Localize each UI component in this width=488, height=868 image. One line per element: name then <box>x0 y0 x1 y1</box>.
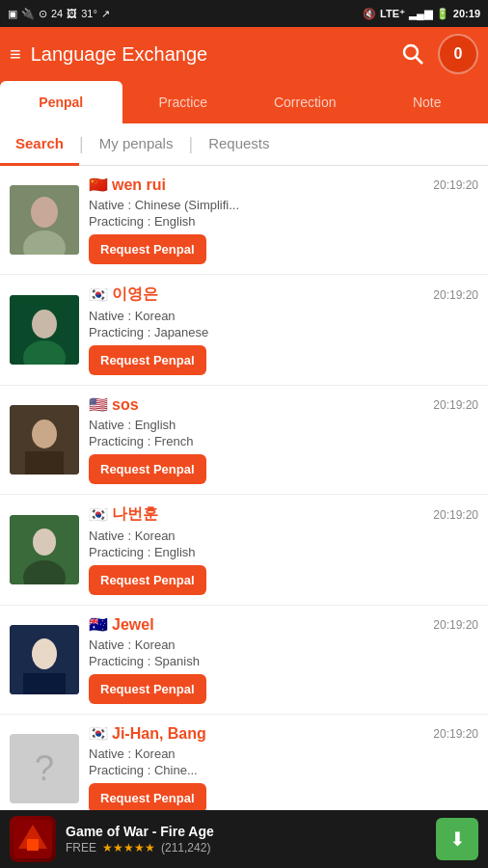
user-time: 20:19:20 <box>433 288 478 302</box>
request-penpal-button[interactable]: Request Penpal <box>89 454 206 484</box>
list-item: 🇰🇷 나번훈 20:19:20 Native : Korean Practici… <box>0 495 488 606</box>
svg-point-3 <box>31 197 58 228</box>
download-icon: ⬇ <box>449 827 466 851</box>
svg-rect-10 <box>25 451 64 475</box>
app-header: ≡ Language Exchange 0 <box>0 27 488 81</box>
user-name: Jewel <box>112 616 154 634</box>
avatar <box>10 515 79 584</box>
user-name: Ji-Han, Bang <box>112 725 206 743</box>
svg-point-15 <box>32 638 57 669</box>
avatar-placeholder-icon: ? <box>35 748 54 789</box>
request-penpal-button[interactable]: Request Penpal <box>89 565 206 595</box>
user-info: 🇰🇷 이영은 20:19:20 Native : Korean Practici… <box>89 285 478 375</box>
avatar <box>10 625 79 694</box>
signal-icon: ▂▄▆ <box>409 8 432 20</box>
user-native: Native : Korean <box>89 637 478 652</box>
avatar <box>10 185 79 255</box>
user-info: 🇺🇸 sos 20:19:20 Native : English Practic… <box>89 395 478 484</box>
user-name-row: 🇰🇷 나번훈 20:19:20 <box>89 504 478 525</box>
user-name: sos <box>112 396 139 414</box>
user-practicing: Practicing : English <box>89 545 478 559</box>
chat-icon-button[interactable]: 0 <box>438 34 478 74</box>
tab-penpal[interactable]: Penpal <box>0 81 122 123</box>
tab-my-penpals[interactable]: My penpals <box>84 123 189 166</box>
user-name-left: 🇦🇺 Jewel <box>89 615 154 634</box>
user-name-row: 🇰🇷 이영은 20:19:20 <box>89 285 478 305</box>
app-title: Language Exchange <box>31 43 395 66</box>
search-icon-button[interactable] <box>395 37 430 71</box>
user-name-row: 🇺🇸 sos 20:19:20 <box>89 395 478 414</box>
list-item: 🇦🇺 Jewel 20:19:20 Native : Korean Practi… <box>0 606 488 715</box>
lte-label: LTE⁺ <box>380 8 405 20</box>
user-name: wen rui <box>112 176 166 194</box>
flag-icon: 🇺🇸 <box>89 395 108 414</box>
user-info: 🇨🇳 wen rui 20:19:20 Native : Chinese (Si… <box>89 176 478 264</box>
svg-point-0 <box>404 45 418 59</box>
user-time: 20:19:20 <box>433 727 478 741</box>
user-name-row: 🇰🇷 Ji-Han, Bang 20:19:20 <box>89 724 478 743</box>
chat-badge: 0 <box>454 45 463 63</box>
user-list: 🇨🇳 wen rui 20:19:20 Native : Chinese (Si… <box>0 166 488 810</box>
header-icons: 0 <box>395 34 478 74</box>
user-practicing: Practicing : French <box>89 434 478 448</box>
user-time: 20:19:20 <box>433 508 478 522</box>
svg-point-12 <box>33 529 56 556</box>
ad-download-button[interactable]: ⬇ <box>436 818 478 860</box>
user-info: 🇰🇷 Ji-Han, Bang 20:19:20 Native : Korean… <box>89 724 478 810</box>
square-icon: ▣ <box>8 8 17 20</box>
tab-correction[interactable]: Correction <box>244 81 366 123</box>
mute-icon: 🔇 <box>363 8 376 20</box>
request-penpal-button[interactable]: Request Penpal <box>89 783 206 810</box>
user-native: Native : Chinese (Simplifi... <box>89 198 478 212</box>
menu-icon[interactable]: ≡ <box>10 43 21 66</box>
svg-rect-19 <box>27 839 39 851</box>
svg-rect-16 <box>23 673 66 694</box>
list-item: 🇰🇷 이영은 20:19:20 Native : Korean Practici… <box>0 275 488 386</box>
user-time: 20:19:20 <box>433 398 478 412</box>
sub-tab-bar: Search | My penpals | Requests <box>0 123 488 166</box>
user-practicing: Practicing : Chine... <box>89 763 478 777</box>
share-icon: ↗ <box>101 8 110 20</box>
flag-icon: 🇰🇷 <box>89 285 108 304</box>
user-name-left: 🇺🇸 sos <box>89 395 139 414</box>
user-practicing: Practicing : Spanish <box>89 654 478 668</box>
avatar <box>10 295 79 365</box>
image-icon: 🖼 <box>67 8 77 19</box>
tab-requests[interactable]: Requests <box>193 123 285 166</box>
tab-search[interactable]: Search <box>0 123 79 166</box>
ad-free-label: FREE <box>66 841 96 854</box>
ad-banner: Game of War - Fire Age FREE ★★★★★ (211,2… <box>0 810 488 868</box>
ad-text: Game of War - Fire Age FREE ★★★★★ (211,2… <box>66 824 426 854</box>
temp-text: 31° <box>81 8 97 19</box>
status-bar: ▣ 🔌 ⊙ 24 🖼 31° ↗ 🔇 LTE⁺ ▂▄▆ 🔋 20:19 <box>0 0 488 27</box>
list-item: 🇺🇸 sos 20:19:20 Native : English Practic… <box>0 386 488 495</box>
flag-icon: 🇨🇳 <box>89 176 108 194</box>
user-practicing: Practicing : Japanese <box>89 325 478 339</box>
request-penpal-button[interactable]: Request Penpal <box>89 234 206 264</box>
svg-point-9 <box>32 420 57 448</box>
user-practicing: Practicing : English <box>89 214 478 229</box>
tab-note[interactable]: Note <box>366 81 489 123</box>
request-penpal-button[interactable]: Request Penpal <box>89 674 206 704</box>
main-tab-bar: Penpal Practice Correction Note <box>0 81 488 123</box>
avatar: ? <box>10 734 79 803</box>
status-left-icons: ▣ 🔌 ⊙ 24 🖼 31° ↗ <box>8 8 110 20</box>
user-name-row: 🇦🇺 Jewel 20:19:20 <box>89 615 478 634</box>
ad-stars: ★★★★★ <box>102 841 155 854</box>
user-time: 20:19:20 <box>433 178 478 192</box>
user-name: 나번훈 <box>112 504 158 525</box>
list-item: ? 🇰🇷 Ji-Han, Bang 20:19:20 Native : Kore… <box>0 715 488 810</box>
flag-icon: 🇦🇺 <box>89 615 108 634</box>
user-native: Native : English <box>89 418 478 432</box>
request-penpal-button[interactable]: Request Penpal <box>89 345 206 375</box>
user-name-row: 🇨🇳 wen rui 20:19:20 <box>89 176 478 194</box>
user-name-left: 🇨🇳 wen rui <box>89 176 166 194</box>
user-name-left: 🇰🇷 Ji-Han, Bang <box>89 724 206 743</box>
avatar <box>10 405 79 475</box>
flag-icon: 🇰🇷 <box>89 505 108 524</box>
svg-point-6 <box>32 310 57 339</box>
user-name-left: 🇰🇷 이영은 <box>89 285 158 305</box>
ad-title: Game of War - Fire Age <box>66 824 426 839</box>
ad-icon <box>10 816 56 862</box>
tab-practice[interactable]: Practice <box>122 81 245 123</box>
